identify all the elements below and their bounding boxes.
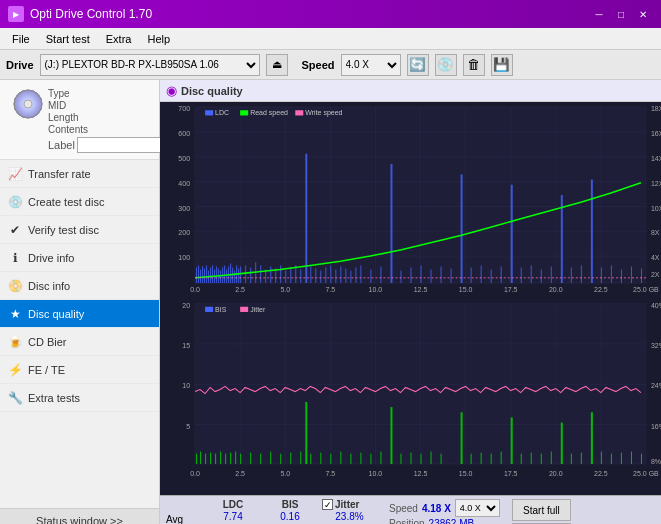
svg-text:7.5: 7.5 <box>325 470 335 478</box>
menu-file[interactable]: File <box>4 31 38 47</box>
jitter-checkbox[interactable]: ✓ <box>322 499 333 510</box>
stats-ldc-col: LDC 7.74 692 2956256 <box>208 499 258 524</box>
nav-verify-test-disc[interactable]: ✔ Verify test disc <box>0 216 159 244</box>
close-button[interactable]: ✕ <box>633 4 653 24</box>
chart-header-icon: ◉ <box>166 83 177 98</box>
svg-text:14X: 14X <box>651 155 661 163</box>
speed-select[interactable]: 4.0 X <box>341 54 401 76</box>
svg-text:Read speed: Read speed <box>250 109 288 117</box>
drive-select[interactable]: (J:) PLEXTOR BD-R PX-LB950SA 1.06 <box>40 54 260 76</box>
svg-text:2X: 2X <box>651 271 660 279</box>
svg-rect-169 <box>350 454 351 464</box>
svg-rect-85 <box>521 267 522 283</box>
nav-extra-tests[interactable]: 🔧 Extra tests <box>0 384 159 412</box>
drive-eject-button[interactable]: ⏏ <box>266 54 288 76</box>
svg-rect-84 <box>511 185 513 283</box>
extra-tests-icon: 🔧 <box>8 391 22 405</box>
speed-label: Speed <box>302 59 335 71</box>
svg-rect-95 <box>621 270 622 283</box>
nav-drive-info[interactable]: ℹ Drive info <box>0 244 159 272</box>
disc-svg-icon <box>12 88 44 122</box>
svg-rect-70 <box>370 270 371 283</box>
svg-rect-180 <box>471 454 472 464</box>
nav-cd-bier[interactable]: 🍺 CD Bier <box>0 328 159 356</box>
svg-rect-40 <box>230 263 231 283</box>
svg-rect-171 <box>370 454 371 464</box>
svg-rect-176 <box>421 454 422 464</box>
svg-rect-24 <box>198 265 199 283</box>
svg-text:12.5: 12.5 <box>414 470 428 478</box>
speed-select-stats[interactable]: 4.0 X <box>455 499 500 517</box>
nav-disc-info-label: Disc info <box>28 280 70 292</box>
svg-rect-125 <box>205 110 213 115</box>
length-label: Length <box>48 112 79 123</box>
svg-text:10: 10 <box>182 382 190 390</box>
burn-button[interactable]: 💿 <box>435 54 457 76</box>
titlebar-controls: ─ □ ✕ <box>589 4 653 24</box>
nav-disc-info[interactable]: 📀 Disc info <box>0 272 159 300</box>
svg-rect-67 <box>350 271 351 283</box>
svg-rect-66 <box>345 269 346 283</box>
svg-text:22.5: 22.5 <box>594 286 608 294</box>
svg-rect-72 <box>390 164 392 283</box>
verify-test-disc-icon: ✔ <box>8 223 22 237</box>
erase-button[interactable]: 🗑 <box>463 54 485 76</box>
svg-rect-73 <box>400 271 401 283</box>
save-button[interactable]: 💾 <box>491 54 513 76</box>
status-window-button[interactable]: Status window >> <box>0 508 159 524</box>
svg-rect-194 <box>611 454 612 464</box>
svg-text:20.0: 20.0 <box>549 286 563 294</box>
svg-rect-188 <box>551 452 552 464</box>
svg-rect-162 <box>290 453 291 464</box>
svg-rect-164 <box>305 402 307 464</box>
chart-header: ◉ Disc quality <box>160 80 661 102</box>
svg-rect-177 <box>431 452 432 464</box>
svg-rect-51 <box>270 266 271 283</box>
svg-text:15.0: 15.0 <box>459 470 473 478</box>
maximize-button[interactable]: □ <box>611 4 631 24</box>
svg-rect-42 <box>234 271 235 283</box>
charts-svg: 700 600 500 400 300 200 100 18X 16X 14X … <box>160 102 661 495</box>
nav-fe-te[interactable]: ⚡ FE / TE <box>0 356 159 384</box>
svg-rect-181 <box>481 453 482 464</box>
svg-rect-190 <box>571 454 572 464</box>
svg-text:300: 300 <box>178 204 190 212</box>
svg-text:5: 5 <box>186 423 190 431</box>
menu-start-test[interactable]: Start test <box>38 31 98 47</box>
svg-rect-197 <box>641 454 642 464</box>
bis-header: BIS <box>270 499 310 510</box>
svg-rect-44 <box>238 269 239 283</box>
svg-rect-60 <box>315 269 316 283</box>
svg-rect-93 <box>601 267 602 283</box>
svg-rect-78 <box>451 269 452 283</box>
svg-rect-173 <box>390 407 392 464</box>
svg-text:18X: 18X <box>651 105 661 113</box>
type-label: Type <box>48 88 70 99</box>
titlebar: ▶ Opti Drive Control 1.70 ─ □ ✕ <box>0 0 661 28</box>
svg-rect-62 <box>325 267 326 283</box>
svg-text:25.0 GB: 25.0 GB <box>633 470 659 478</box>
nav-create-test-disc[interactable]: 💿 Create test disc <box>0 188 159 216</box>
svg-rect-159 <box>260 454 261 464</box>
svg-rect-82 <box>491 270 492 283</box>
start-full-button[interactable]: Start full <box>512 499 571 521</box>
svg-text:22.5: 22.5 <box>594 470 608 478</box>
svg-rect-168 <box>340 452 341 464</box>
nav-transfer-rate[interactable]: 📈 Transfer rate <box>0 160 159 188</box>
nav-disc-quality[interactable]: ★ Disc quality <box>0 300 159 328</box>
menu-help[interactable]: Help <box>139 31 178 47</box>
position-label: Position <box>389 518 425 524</box>
svg-text:10X: 10X <box>651 204 661 212</box>
disc-panel: Type BD-R MID MEIT01 (001) Length 23.31 … <box>0 80 159 160</box>
svg-rect-182 <box>491 454 492 464</box>
svg-rect-97 <box>641 269 642 283</box>
svg-rect-76 <box>431 270 432 283</box>
svg-rect-127 <box>240 110 248 115</box>
svg-rect-158 <box>250 453 251 464</box>
menu-extra[interactable]: Extra <box>98 31 140 47</box>
svg-rect-77 <box>441 266 442 283</box>
svg-rect-88 <box>551 266 552 283</box>
ldc-avg: 7.74 <box>208 511 258 522</box>
refresh-button[interactable]: 🔄 <box>407 54 429 76</box>
minimize-button[interactable]: ─ <box>589 4 609 24</box>
